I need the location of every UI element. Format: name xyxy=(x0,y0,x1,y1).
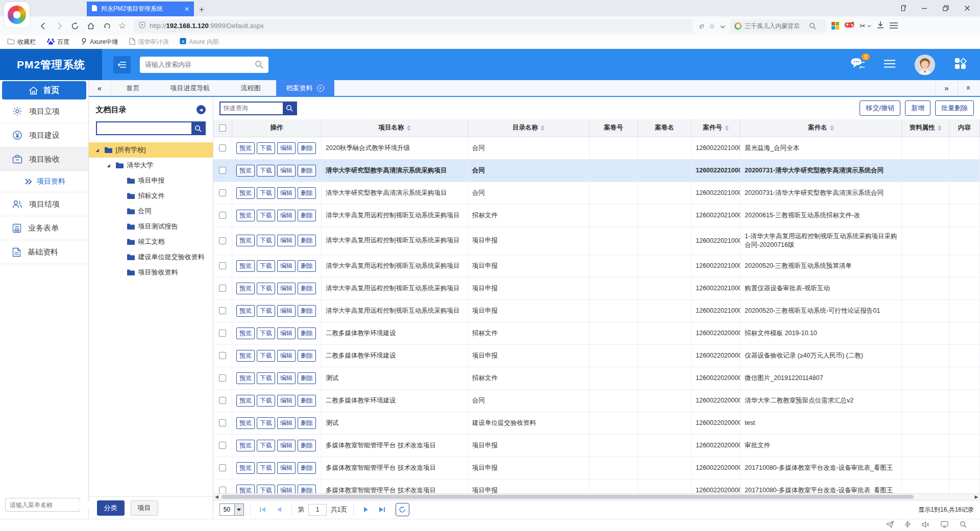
favorite-star-icon[interactable]: ☆ xyxy=(115,19,130,33)
download-button[interactable]: 下载 xyxy=(257,395,275,407)
download-button[interactable]: 下载 xyxy=(257,260,275,272)
preview-button[interactable]: 预览 xyxy=(236,462,255,474)
edit-button[interactable]: 编辑 xyxy=(277,417,296,429)
download-button[interactable]: 下载 xyxy=(257,350,275,362)
back-icon[interactable] xyxy=(36,19,51,33)
category-button[interactable]: 分类 xyxy=(97,500,125,516)
tree-node[interactable]: 建设单位提交验收资料 xyxy=(89,249,213,265)
refresh-button[interactable] xyxy=(396,503,409,516)
delete-button[interactable]: 删除 xyxy=(298,327,316,339)
edit-button[interactable]: 编辑 xyxy=(277,485,296,494)
delete-button[interactable]: 删除 xyxy=(298,187,316,199)
tree-search-box[interactable] xyxy=(96,121,206,135)
user-avatar[interactable] xyxy=(915,55,935,75)
browser-menu-icon[interactable] xyxy=(890,21,898,31)
download-button[interactable]: 下载 xyxy=(257,165,275,176)
edit-button[interactable]: 编辑 xyxy=(277,440,296,451)
delete-button[interactable]: 删除 xyxy=(298,305,316,317)
page-size-select[interactable]: 50 xyxy=(219,503,244,516)
row-checkbox[interactable] xyxy=(219,144,226,151)
quick-search-button[interactable] xyxy=(283,103,296,114)
menu-search-input[interactable] xyxy=(10,501,89,509)
prev-page-button[interactable] xyxy=(273,503,285,516)
row-checkbox[interactable] xyxy=(219,167,226,174)
sidebar-item-项目验收[interactable]: 项目验收 xyxy=(0,147,88,171)
games-icon[interactable] xyxy=(844,21,854,31)
edit-button[interactable]: 编辑 xyxy=(277,283,296,294)
tree-node[interactable]: 竣工文档 xyxy=(89,234,213,249)
sidebar-item-项目结项[interactable]: 项目结项 xyxy=(0,192,88,216)
add-button[interactable]: 新增 xyxy=(905,100,930,116)
delete-button[interactable]: 删除 xyxy=(298,235,316,246)
tree-node[interactable]: ◢清华大学 xyxy=(89,158,213,173)
monitor-icon[interactable] xyxy=(941,521,948,530)
sidebar-item-项目立项[interactable]: 项目立项 xyxy=(0,99,88,123)
refresh-icon[interactable] xyxy=(67,19,82,33)
download-button[interactable]: 下载 xyxy=(257,372,275,384)
sidebar-item-项目资料[interactable]: 项目资料 xyxy=(0,171,88,192)
batch-delete-button[interactable]: 批量删除 xyxy=(935,100,974,116)
edit-button[interactable]: 编辑 xyxy=(277,350,296,362)
browser-search-box[interactable] xyxy=(730,19,826,33)
preview-button[interactable]: 预览 xyxy=(236,350,255,362)
speaker-icon[interactable] xyxy=(922,521,929,530)
tab-项目进度导航[interactable]: 项目进度导航 xyxy=(155,80,226,96)
tree-node[interactable]: 合同 xyxy=(89,204,213,219)
header-menu-icon[interactable] xyxy=(884,60,895,70)
browser-search-input[interactable] xyxy=(745,22,806,30)
menu-search-box[interactable] xyxy=(5,498,80,512)
tab-close-icon[interactable]: × xyxy=(317,85,324,92)
preview-button[interactable]: 预览 xyxy=(236,142,255,154)
transfer-revoke-button[interactable]: 移交/撤销 xyxy=(860,100,900,116)
skin-theme-icon[interactable] xyxy=(894,1,912,15)
scroll-left-icon[interactable]: ◀ xyxy=(213,494,220,499)
page-number-input[interactable] xyxy=(308,504,327,516)
download-button[interactable]: 下载 xyxy=(257,305,275,317)
preview-button[interactable]: 预览 xyxy=(236,372,255,384)
close-icon[interactable] xyxy=(959,1,976,15)
next-page-button[interactable] xyxy=(360,503,372,516)
browser-tab[interactable]: 邦永PM2项目管理系统 ✕ xyxy=(87,2,194,16)
edit-button[interactable]: 编辑 xyxy=(277,187,296,199)
expander-icon[interactable]: ◢ xyxy=(96,148,101,153)
row-checkbox[interactable] xyxy=(219,352,226,359)
preview-button[interactable]: 预览 xyxy=(236,165,255,176)
tab-流程图[interactable]: 流程图 xyxy=(226,80,276,96)
delete-button[interactable]: 删除 xyxy=(298,462,316,474)
download-button[interactable]: 下载 xyxy=(257,417,275,429)
row-checkbox[interactable] xyxy=(219,189,226,196)
tab-首页[interactable]: 首页 xyxy=(111,80,155,96)
paper-plane-icon[interactable] xyxy=(886,521,894,530)
column-header-资料属性[interactable]: 资料属性 xyxy=(902,119,949,137)
preview-button[interactable]: 预览 xyxy=(236,327,255,339)
tree-node[interactable]: ◢[所有学校] xyxy=(89,142,213,158)
select-all-header[interactable] xyxy=(213,119,232,137)
apps-grid-icon[interactable] xyxy=(831,22,839,30)
download-button[interactable]: 下载 xyxy=(257,440,275,451)
delete-button[interactable]: 删除 xyxy=(298,210,316,221)
forward-icon[interactable] xyxy=(52,19,66,33)
delete-button[interactable]: 删除 xyxy=(298,417,316,429)
tabs-scroll-right-icon[interactable]: » xyxy=(935,80,958,96)
delete-button[interactable]: 删除 xyxy=(298,395,316,407)
project-button[interactable]: 项目 xyxy=(131,500,158,516)
bookmark-item[interactable]: aAxure 内部 xyxy=(180,38,219,46)
preview-button[interactable]: 预览 xyxy=(236,210,255,221)
sidebar-item-业务表单[interactable]: 业务表单 xyxy=(0,216,88,240)
delete-button[interactable]: 删除 xyxy=(298,283,316,294)
delete-button[interactable]: 删除 xyxy=(298,440,316,451)
row-checkbox[interactable] xyxy=(219,397,226,404)
sidebar-item-home[interactable]: 首页 xyxy=(2,81,86,99)
site-shield-icon[interactable] xyxy=(139,21,145,30)
delete-button[interactable]: 删除 xyxy=(298,165,316,176)
scroll-right-icon[interactable]: ▶ xyxy=(973,494,980,499)
preview-button[interactable]: 预览 xyxy=(236,283,255,294)
edit-button[interactable]: 编辑 xyxy=(277,372,296,384)
download-button[interactable]: 下载 xyxy=(257,462,275,474)
scrollbar-thumb[interactable] xyxy=(222,495,914,499)
edit-button[interactable]: 编辑 xyxy=(277,142,296,154)
collapse-menu-button[interactable] xyxy=(113,56,131,73)
delete-button[interactable]: 删除 xyxy=(298,350,316,362)
quick-search-box[interactable] xyxy=(219,102,297,115)
edit-button[interactable]: 编辑 xyxy=(277,462,296,474)
